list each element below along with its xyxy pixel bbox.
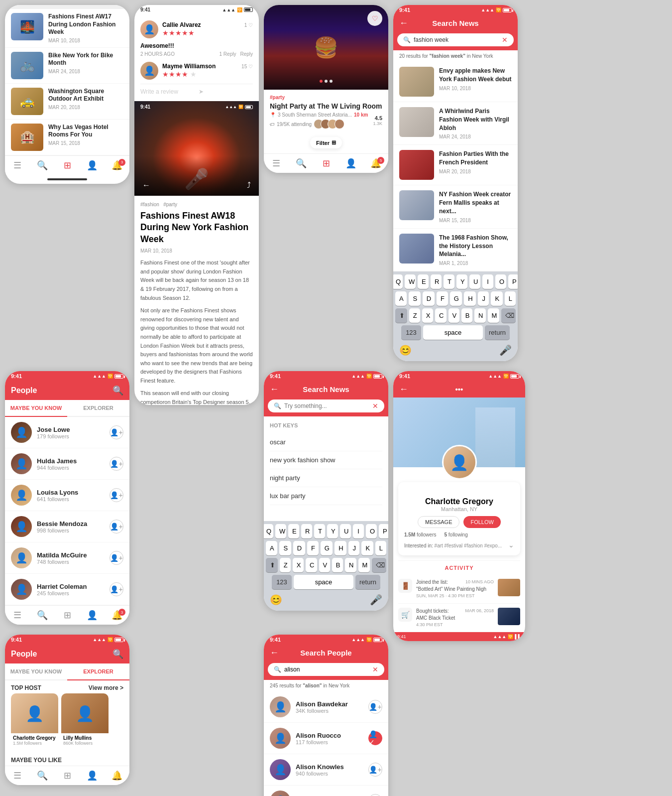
tab-explorer-2[interactable]: EXPLORER xyxy=(67,663,129,680)
follow-button[interactable]: FOLLOW xyxy=(463,516,500,528)
key-q[interactable]: Q xyxy=(393,274,403,289)
key-backspace2[interactable]: ⌫ xyxy=(372,558,386,572)
person-item-1[interactable]: 👤 Jose Lowe 179 followers 👤+ xyxy=(5,417,129,448)
key-c[interactable]: C xyxy=(435,308,447,323)
nav-search4[interactable]: 🔍 xyxy=(30,770,55,781)
key-n2[interactable]: N xyxy=(345,558,356,572)
key-m2[interactable]: M xyxy=(358,558,370,572)
key-123-2[interactable]: 123 xyxy=(272,575,292,589)
key-space[interactable]: space xyxy=(423,325,483,340)
key-x2[interactable]: X xyxy=(293,558,304,572)
key-f2[interactable]: F xyxy=(307,541,319,555)
nav-search[interactable]: 🔍 xyxy=(30,160,55,171)
key-y[interactable]: Y xyxy=(456,274,467,289)
add-btn-2[interactable]: 👤+ xyxy=(110,457,123,471)
add-btn-5[interactable]: 👤+ xyxy=(110,551,123,565)
sp-add-1[interactable]: 👤+ xyxy=(368,700,382,714)
key-return[interactable]: return xyxy=(485,325,510,340)
key-shift[interactable]: ⬆ xyxy=(395,308,407,323)
sp-person-4[interactable]: 👤 Alison Ruocco 22K followers 👤+ xyxy=(264,786,388,796)
nav-bell[interactable]: 🔔 3 xyxy=(105,160,129,171)
key-j[interactable]: J xyxy=(478,291,489,306)
clear-btn-news[interactable]: ✕ xyxy=(502,36,508,44)
nav-grid3[interactable]: ⊞ xyxy=(55,610,80,621)
like-button[interactable]: ♡ xyxy=(367,11,382,26)
key-return2[interactable]: return xyxy=(355,575,380,589)
nav-menu4[interactable]: ☰ xyxy=(5,770,30,781)
key-a[interactable]: A xyxy=(395,291,407,306)
key-k2[interactable]: K xyxy=(361,541,373,555)
event-item-3[interactable]: 🚕 Washington Square Outdoor Art Exhibit … xyxy=(5,84,129,120)
filter-button[interactable]: Filter ⊞ xyxy=(310,137,342,148)
key-e2[interactable]: E xyxy=(288,524,299,538)
key-q2[interactable]: Q xyxy=(264,524,273,538)
expand-interests-btn[interactable]: ⌄ xyxy=(508,541,514,549)
key-f[interactable]: F xyxy=(437,291,448,306)
search-icon[interactable]: 🔍 xyxy=(112,385,123,396)
key-p[interactable]: P xyxy=(508,274,518,289)
key-b2[interactable]: B xyxy=(332,558,343,572)
back-btn-sp[interactable]: ← xyxy=(270,648,279,658)
key-v2[interactable]: V xyxy=(319,558,330,572)
nav-search3[interactable]: 🔍 xyxy=(30,610,55,621)
key-123[interactable]: 123 xyxy=(401,325,421,340)
key-g2[interactable]: G xyxy=(321,541,333,555)
key-n[interactable]: N xyxy=(474,308,486,323)
person-item-5[interactable]: 👤 Matilda McGuire 748 followers 👤+ xyxy=(5,542,129,574)
key-h2[interactable]: H xyxy=(335,541,346,555)
header-dots[interactable]: ••• xyxy=(455,385,463,394)
back-btn-search-news[interactable]: ← xyxy=(399,18,408,28)
sp-add-3[interactable]: 👤+ xyxy=(368,763,382,777)
reply-count[interactable]: 1 Reply xyxy=(220,51,236,57)
back-btn-sne[interactable]: ← xyxy=(270,384,279,395)
nav-profile[interactable]: 👤 xyxy=(80,160,105,171)
host-card-2[interactable]: 👤 Lilly Mullins 860K followers xyxy=(61,693,109,748)
key-y2[interactable]: Y xyxy=(327,524,338,538)
tab-maybe-you-know[interactable]: MAYBE YOU KNOW xyxy=(5,400,67,417)
reply-btn[interactable]: Reply xyxy=(240,51,253,57)
key-v[interactable]: V xyxy=(448,308,459,323)
add-btn-4[interactable]: 👤+ xyxy=(110,520,123,533)
share-btn-concert[interactable]: ⤴ xyxy=(247,181,251,190)
clear-btn-sp[interactable]: ✕ xyxy=(372,665,378,673)
add-btn-6[interactable]: 👤+ xyxy=(110,582,123,596)
key-shift2[interactable]: ⬆ xyxy=(266,558,278,572)
message-button[interactable]: MESSAGE xyxy=(418,516,459,528)
sp-add-2[interactable]: 👤✓ xyxy=(368,731,382,745)
add-btn-3[interactable]: 👤+ xyxy=(110,488,123,502)
sp-person-2[interactable]: 👤 Alison Ruocco 117 followers 👤✓ xyxy=(264,723,388,754)
mic-key2[interactable]: 🎤 xyxy=(370,594,382,606)
news-item-3[interactable]: Fashion Parties With the French Presiden… xyxy=(393,145,518,185)
key-o[interactable]: O xyxy=(495,274,506,289)
key-t[interactable]: T xyxy=(444,274,454,289)
key-l[interactable]: L xyxy=(505,291,516,306)
key-t2[interactable]: T xyxy=(314,524,325,538)
mic-key[interactable]: 🎤 xyxy=(499,344,512,356)
key-g[interactable]: G xyxy=(450,291,462,306)
key-r[interactable]: R xyxy=(431,274,442,289)
send-button[interactable]: ➤ xyxy=(199,88,253,95)
search-input-sp[interactable] xyxy=(284,666,369,673)
person-item-4[interactable]: 👤 Bessie Mendoza 998 followers 👤+ xyxy=(5,511,129,542)
key-m[interactable]: M xyxy=(488,308,500,323)
key-d[interactable]: D xyxy=(423,291,435,306)
key-s2[interactable]: S xyxy=(279,541,291,555)
hot-key-4[interactable]: lux bar party xyxy=(270,487,382,505)
write-placeholder[interactable]: Write a review xyxy=(140,88,195,95)
host-card-1[interactable]: 👤 Charlotte Gregory 1.5M followers xyxy=(11,693,58,748)
news-item-2[interactable]: A Whirlwind Paris Fashion Week with Virg… xyxy=(393,102,518,145)
key-w[interactable]: W xyxy=(405,274,416,289)
nav-grid4[interactable]: ⊞ xyxy=(55,770,80,781)
key-d2[interactable]: D xyxy=(293,541,305,555)
sp-person-3[interactable]: 👤 Alison Knowles 940 followers 👤+ xyxy=(264,754,388,786)
view-more-btn[interactable]: View more > xyxy=(89,684,123,691)
add-btn-1[interactable]: 👤+ xyxy=(110,425,123,439)
key-backspace[interactable]: ⌫ xyxy=(501,308,516,323)
clear-btn-sne[interactable]: ✕ xyxy=(372,402,378,410)
sp-add-4[interactable]: 👤+ xyxy=(368,794,382,796)
tab-explorer[interactable]: EXPLORER xyxy=(67,400,129,417)
key-k[interactable]: K xyxy=(491,291,502,306)
nav-grid2[interactable]: ⊞ xyxy=(314,158,338,169)
nav-search2[interactable]: 🔍 xyxy=(289,158,314,169)
key-p2[interactable]: P xyxy=(379,524,388,538)
